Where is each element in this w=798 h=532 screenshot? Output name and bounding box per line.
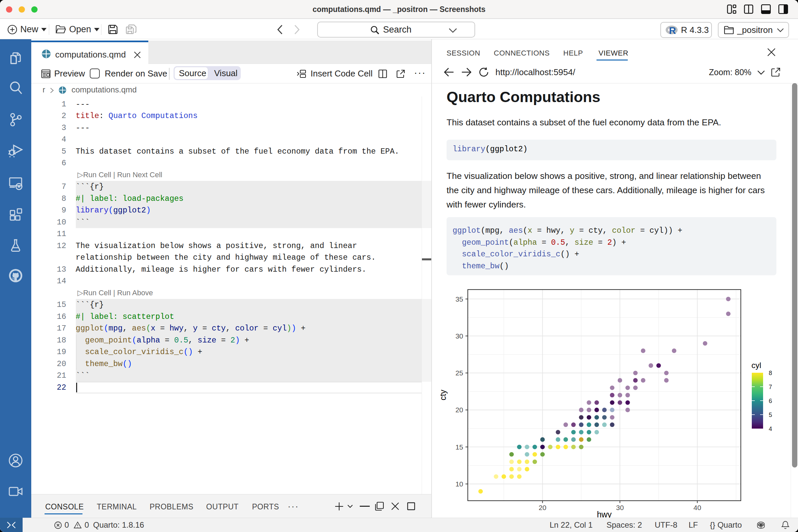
svg-text:cyl: cyl	[752, 361, 761, 370]
svg-text:cty: cty	[438, 390, 448, 400]
svg-text:15: 15	[456, 443, 463, 451]
svg-text:40: 40	[694, 504, 701, 511]
svg-text:hwy: hwy	[597, 510, 612, 518]
svg-text:30: 30	[456, 332, 463, 340]
svg-text:10: 10	[456, 480, 463, 488]
svg-text:30: 30	[616, 504, 624, 511]
svg-text:7: 7	[769, 384, 772, 391]
svg-text:8: 8	[769, 370, 772, 376]
svg-text:35: 35	[456, 295, 463, 303]
svg-text:4: 4	[769, 425, 772, 432]
svg-text:20: 20	[539, 504, 546, 511]
svg-text:5: 5	[769, 412, 772, 418]
svg-text:6: 6	[769, 398, 772, 404]
svg-text:25: 25	[456, 369, 463, 377]
svg-text:20: 20	[456, 406, 463, 414]
